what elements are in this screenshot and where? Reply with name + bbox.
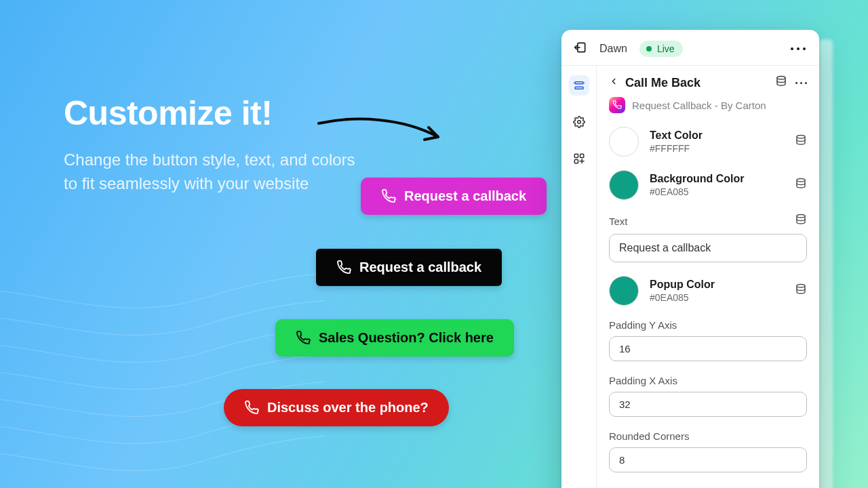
setting-label: Padding X Axis (609, 375, 807, 386)
setting-label: Rounded Corners (609, 430, 807, 442)
padding-x-input[interactable] (609, 392, 807, 417)
setting-value: #0EA085 (650, 292, 784, 303)
setting-padding-y: Padding Y Axis (609, 319, 807, 361)
status-pill: Live (639, 41, 683, 57)
sample-button-pink[interactable]: Request a callback (361, 178, 547, 215)
color-swatch (609, 276, 639, 306)
phone-icon (381, 189, 396, 204)
phone-icon (244, 401, 259, 415)
setting-popup-color[interactable]: Popup Color #0EA085 (609, 276, 807, 306)
setting-value: #0EA085 (650, 186, 784, 197)
dynamic-source-button[interactable] (775, 75, 787, 90)
back-button[interactable] (609, 77, 618, 89)
svg-rect-6 (574, 154, 578, 157)
rail-tab-settings[interactable] (569, 112, 589, 132)
svg-point-5 (577, 121, 580, 124)
svg-rect-1 (575, 82, 583, 84)
exit-icon[interactable] (574, 41, 587, 57)
svg-rect-8 (574, 160, 578, 163)
left-rail (561, 66, 597, 488)
panel-shadow (819, 39, 833, 488)
svg-point-10 (797, 136, 805, 139)
phone-icon (296, 331, 311, 346)
setting-text-color[interactable]: Text Color #FFFFFF (609, 127, 807, 157)
setting-padding-x: Padding X Axis (609, 375, 807, 417)
setting-value: #FFFFFF (650, 143, 784, 154)
svg-point-12 (797, 215, 805, 218)
app-name: Request Callback - By Carton (632, 100, 766, 111)
sample-button-label: Request a callback (404, 188, 526, 204)
svg-rect-7 (580, 154, 583, 157)
svg-point-13 (797, 285, 805, 288)
padding-y-input[interactable] (609, 336, 807, 361)
rail-tab-sections[interactable] (569, 75, 589, 96)
dynamic-source-button[interactable] (795, 134, 807, 149)
setting-rounded-corners: Rounded Corners (609, 430, 807, 472)
svg-rect-2 (575, 87, 583, 89)
sample-button-red[interactable]: Discuss over the phone? (224, 389, 449, 426)
rounded-corners-input[interactable] (609, 447, 807, 472)
decorative-waves (0, 258, 326, 488)
section-more-button[interactable] (795, 82, 807, 84)
rail-tab-apps[interactable] (569, 148, 589, 169)
status-dot-icon (646, 46, 652, 52)
svg-point-11 (797, 179, 805, 182)
dynamic-source-button[interactable] (795, 178, 807, 192)
hero-body: Change the button style, text, and color… (64, 148, 362, 196)
arrow-annotation (315, 114, 450, 155)
section-title: Call Me Back (625, 76, 768, 90)
sample-button-label: Discuss over the phone? (267, 400, 429, 415)
text-input[interactable] (609, 234, 807, 262)
setting-label: Background Color (650, 173, 784, 185)
theme-name: Dawn (599, 43, 627, 55)
setting-text: Text (609, 214, 807, 262)
setting-background-color[interactable]: Background Color #0EA085 (609, 170, 807, 200)
topbar-more-button[interactable] (791, 47, 806, 50)
editor-panel: Dawn Live (561, 30, 819, 488)
svg-point-9 (777, 77, 785, 80)
setting-label: Padding Y Axis (609, 319, 807, 331)
app-badge-icon (609, 97, 625, 113)
dynamic-source-button[interactable] (795, 214, 807, 228)
dynamic-source-button[interactable] (795, 283, 807, 298)
color-swatch (609, 170, 639, 200)
setting-label: Popup Color (650, 279, 784, 291)
sample-button-black[interactable]: Request a callback (316, 249, 502, 286)
setting-label: Text (609, 216, 628, 227)
color-swatch (609, 127, 639, 157)
sample-button-green[interactable]: Sales Question? Click here (275, 319, 514, 357)
phone-icon (336, 260, 351, 275)
sample-button-label: Request a callback (359, 260, 481, 275)
sample-button-label: Sales Question? Click here (319, 330, 494, 346)
status-label: Live (657, 43, 675, 54)
setting-label: Text Color (650, 129, 784, 142)
